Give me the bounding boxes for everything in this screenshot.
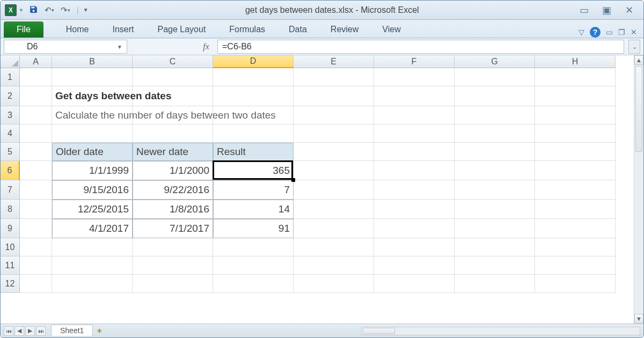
- cell-A4[interactable]: [20, 124, 52, 143]
- cell-C3[interactable]: [133, 106, 213, 124]
- cell-A8[interactable]: [20, 200, 52, 219]
- cell-H10[interactable]: [535, 238, 616, 256]
- cell-E11[interactable]: [294, 256, 374, 275]
- cell-D11[interactable]: [213, 256, 294, 275]
- cell-A12[interactable]: [20, 275, 52, 293]
- cell-H5[interactable]: [535, 143, 616, 161]
- scroll-up-button[interactable]: ▲: [634, 55, 643, 65]
- cell-A10[interactable]: [20, 238, 52, 256]
- cell-D7[interactable]: 7: [213, 180, 294, 200]
- cell-D12[interactable]: [213, 275, 294, 293]
- ribbon-minimize-icon[interactable]: ▽: [579, 28, 584, 36]
- cell-C9[interactable]: 7/1/2017: [133, 219, 213, 238]
- name-box-dropdown-icon[interactable]: ▼: [117, 44, 122, 50]
- column-header-A[interactable]: A: [20, 55, 52, 68]
- sheet-nav-prev[interactable]: ◀: [14, 326, 24, 336]
- undo-button[interactable]: ↶▾: [42, 4, 56, 17]
- cell-A3[interactable]: [20, 106, 52, 124]
- file-tab[interactable]: File: [4, 21, 43, 38]
- tab-home[interactable]: Home: [54, 21, 101, 38]
- cell-H2[interactable]: [535, 86, 616, 106]
- tab-formulas[interactable]: Formulas: [217, 21, 277, 38]
- cell-H3[interactable]: [535, 106, 616, 124]
- cell-A7[interactable]: [20, 180, 52, 200]
- cell-E6[interactable]: [294, 161, 374, 180]
- sheet-tab-active[interactable]: Sheet1: [51, 325, 93, 336]
- workbook-restore-button[interactable]: ❐: [618, 28, 625, 36]
- sheet-nav-first[interactable]: ⏮: [4, 326, 13, 336]
- tab-data[interactable]: Data: [277, 21, 319, 38]
- cell-G10[interactable]: [455, 238, 535, 256]
- sheet-nav-next[interactable]: ▶: [25, 326, 35, 336]
- cell-C2[interactable]: [133, 86, 213, 106]
- horizontal-scrollbar[interactable]: [361, 327, 640, 335]
- cell-B9[interactable]: 4/1/2017: [52, 219, 133, 238]
- cell-F4[interactable]: [374, 124, 455, 143]
- worksheet-grid[interactable]: ABCDEFGH 123456789101112 Get days betwee…: [1, 55, 643, 324]
- redo-button[interactable]: ↷▾: [58, 4, 72, 17]
- cell-D9[interactable]: 91: [213, 219, 294, 238]
- cell-D5[interactable]: Result: [213, 143, 294, 161]
- save-button[interactable]: [26, 4, 40, 17]
- maximize-button[interactable]: ▣: [598, 5, 614, 16]
- cell-G11[interactable]: [455, 256, 535, 275]
- cell-B12[interactable]: [52, 275, 133, 293]
- cell-C8[interactable]: 1/8/2016: [133, 200, 213, 219]
- new-sheet-button[interactable]: ✶: [96, 326, 103, 336]
- cell-C1[interactable]: [133, 68, 213, 86]
- cell-F10[interactable]: [374, 238, 455, 256]
- column-header-D[interactable]: D: [213, 55, 294, 68]
- minimize-button[interactable]: ▭: [576, 5, 592, 16]
- cell-E10[interactable]: [294, 238, 374, 256]
- cell-B6[interactable]: 1/1/1999: [52, 161, 133, 180]
- hscroll-thumb[interactable]: [363, 328, 395, 334]
- formula-bar-expand-button[interactable]: ⌄: [628, 40, 640, 54]
- cell-C4[interactable]: [133, 124, 213, 143]
- row-header-1[interactable]: 1: [1, 68, 20, 86]
- cell-A1[interactable]: [20, 68, 52, 86]
- select-all-corner[interactable]: [1, 55, 20, 68]
- cell-H9[interactable]: [535, 219, 616, 238]
- cell-A2[interactable]: [20, 86, 52, 106]
- cell-D8[interactable]: 14: [213, 200, 294, 219]
- cell-E3[interactable]: [294, 106, 374, 124]
- cell-F6[interactable]: [374, 161, 455, 180]
- cell-C6[interactable]: 1/1/2000: [133, 161, 213, 180]
- cell-B1[interactable]: [52, 68, 133, 86]
- tab-view[interactable]: View: [370, 21, 412, 38]
- cell-B8[interactable]: 12/25/2015: [52, 200, 133, 219]
- cell-B10[interactable]: [52, 238, 133, 256]
- cells-area[interactable]: Get days between datesCalculate the numb…: [20, 68, 634, 324]
- scroll-down-button[interactable]: ▼: [634, 314, 643, 324]
- workbook-close-button[interactable]: ✕: [631, 28, 637, 36]
- cell-G6[interactable]: [455, 161, 535, 180]
- qat-app-dropdown-icon[interactable]: ▼: [19, 8, 24, 13]
- column-header-H[interactable]: H: [535, 55, 616, 68]
- row-header-8[interactable]: 8: [1, 200, 20, 219]
- vscroll-thumb[interactable]: [635, 66, 642, 152]
- cell-H8[interactable]: [535, 200, 616, 219]
- cell-E4[interactable]: [294, 124, 374, 143]
- cell-E7[interactable]: [294, 180, 374, 200]
- cell-F2[interactable]: [374, 86, 455, 106]
- cell-B5[interactable]: Older date: [52, 143, 133, 161]
- cell-E5[interactable]: [294, 143, 374, 161]
- cell-B7[interactable]: 9/15/2016: [52, 180, 133, 200]
- cell-F5[interactable]: [374, 143, 455, 161]
- excel-app-icon[interactable]: X: [5, 4, 17, 16]
- row-header-4[interactable]: 4: [1, 124, 20, 143]
- row-header-9[interactable]: 9: [1, 219, 20, 238]
- row-header-7[interactable]: 7: [1, 180, 20, 200]
- cell-B11[interactable]: [52, 256, 133, 275]
- insert-function-button[interactable]: fx: [198, 42, 214, 52]
- row-header-3[interactable]: 3: [1, 106, 20, 124]
- row-header-10[interactable]: 10: [1, 238, 20, 256]
- cell-E9[interactable]: [294, 219, 374, 238]
- cell-H11[interactable]: [535, 256, 616, 275]
- cell-H6[interactable]: [535, 161, 616, 180]
- cell-A6[interactable]: [20, 161, 52, 180]
- cell-B2[interactable]: Get days between dates: [52, 86, 133, 106]
- cell-B4[interactable]: [52, 124, 133, 143]
- cell-F7[interactable]: [374, 180, 455, 200]
- cell-F9[interactable]: [374, 219, 455, 238]
